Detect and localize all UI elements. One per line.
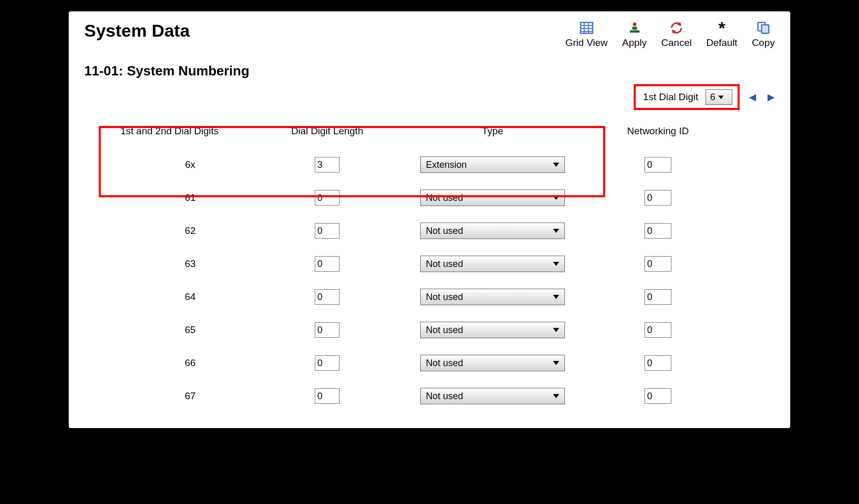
copy-button[interactable]: Copy bbox=[752, 21, 775, 49]
networking-id-input[interactable] bbox=[645, 289, 671, 305]
networking-id-input[interactable] bbox=[645, 355, 671, 371]
prev-arrow-icon[interactable]: ◀ bbox=[749, 91, 756, 103]
digits-cell: 61 bbox=[105, 192, 260, 203]
netid-cell bbox=[591, 289, 725, 305]
type-select-label: Extension bbox=[426, 160, 467, 170]
type-select[interactable]: Not used bbox=[420, 256, 565, 272]
chevron-down-icon bbox=[553, 229, 559, 233]
asterisk-icon: * bbox=[715, 21, 729, 35]
default-button[interactable]: * Default bbox=[706, 21, 737, 49]
dial-length-input[interactable] bbox=[315, 190, 340, 206]
dial-length-input[interactable] bbox=[315, 355, 340, 371]
table-row: 64Not used bbox=[105, 280, 770, 313]
nav-arrows: ◀ ▶ bbox=[749, 91, 775, 103]
type-select[interactable]: Not used bbox=[420, 388, 565, 404]
table-row: 62Not used bbox=[105, 214, 770, 247]
dial-length-input[interactable] bbox=[315, 256, 340, 272]
chevron-down-icon bbox=[718, 96, 724, 99]
type-cell: Not used bbox=[394, 223, 591, 239]
header-type: Type bbox=[394, 125, 591, 137]
type-select-label: Not used bbox=[426, 292, 463, 303]
digits-cell: 6x bbox=[105, 159, 260, 170]
networking-id-input[interactable] bbox=[645, 322, 671, 338]
type-cell: Not used bbox=[394, 388, 591, 404]
first-dial-digit-label: 1st Dial Digit bbox=[643, 91, 698, 103]
dial-length-input[interactable] bbox=[315, 322, 340, 338]
networking-id-input[interactable] bbox=[645, 223, 671, 239]
dial-length-input[interactable] bbox=[315, 223, 340, 239]
first-dial-digit-value: 6 bbox=[710, 92, 715, 103]
netid-cell bbox=[591, 157, 725, 172]
copy-label: Copy bbox=[752, 37, 775, 49]
chevron-down-icon bbox=[553, 163, 559, 167]
header-netid: Networking ID bbox=[591, 125, 725, 137]
grid-view-label: Grid View bbox=[565, 37, 608, 49]
dial-length-input[interactable] bbox=[315, 388, 340, 404]
length-cell bbox=[260, 157, 394, 172]
svg-rect-12 bbox=[761, 25, 769, 33]
page-title: System Data bbox=[84, 21, 190, 41]
apply-label: Apply bbox=[622, 37, 647, 49]
header: System Data Grid View bbox=[84, 21, 775, 49]
type-select[interactable]: Not used bbox=[420, 190, 565, 206]
type-select-label: Not used bbox=[426, 358, 463, 369]
length-cell bbox=[260, 322, 394, 338]
toolbar: Grid View Apply Cancel bbox=[565, 21, 775, 49]
subtitle: 11-01: System Numbering bbox=[84, 63, 775, 79]
type-select[interactable]: Not used bbox=[420, 355, 565, 371]
grid-icon bbox=[579, 21, 594, 35]
digits-cell: 66 bbox=[105, 357, 260, 369]
type-select-label: Not used bbox=[426, 226, 463, 237]
networking-id-input[interactable] bbox=[645, 388, 671, 404]
type-select-label: Not used bbox=[426, 259, 463, 270]
table-row: 61Not used bbox=[105, 181, 770, 214]
networking-id-input[interactable] bbox=[645, 256, 671, 272]
digits-cell: 64 bbox=[105, 291, 260, 303]
type-select[interactable]: Not used bbox=[420, 289, 565, 305]
first-dial-digit-select[interactable]: 6 bbox=[705, 89, 732, 105]
type-select[interactable]: Extension bbox=[420, 156, 565, 173]
chevron-down-icon bbox=[553, 394, 559, 398]
digits-cell: 65 bbox=[105, 324, 260, 336]
netid-cell bbox=[591, 322, 725, 338]
netid-cell bbox=[591, 256, 725, 272]
dial-length-input[interactable] bbox=[315, 157, 340, 172]
chevron-down-icon bbox=[553, 328, 559, 332]
length-cell bbox=[260, 190, 394, 206]
apply-button[interactable]: Apply bbox=[622, 21, 647, 49]
length-cell bbox=[260, 256, 394, 272]
grid-view-button[interactable]: Grid View bbox=[565, 21, 608, 49]
length-cell bbox=[260, 289, 394, 305]
header-len: Dial Digit Length bbox=[260, 125, 394, 137]
dial-length-input[interactable] bbox=[315, 289, 340, 305]
type-cell: Not used bbox=[394, 355, 591, 371]
length-cell bbox=[260, 223, 394, 239]
copy-icon bbox=[756, 21, 771, 35]
apply-icon bbox=[627, 21, 642, 35]
length-cell bbox=[260, 388, 394, 404]
numbering-grid: 1st and 2nd Dial Digits Dial Digit Lengt… bbox=[105, 120, 770, 413]
netid-cell bbox=[591, 223, 725, 239]
networking-id-input[interactable] bbox=[645, 157, 671, 172]
type-cell: Not used bbox=[394, 322, 591, 338]
next-arrow-icon[interactable]: ▶ bbox=[768, 91, 775, 103]
type-cell: Not used bbox=[394, 256, 591, 272]
networking-id-input[interactable] bbox=[645, 190, 671, 206]
table-row: 67Not used bbox=[105, 380, 770, 413]
netid-cell bbox=[591, 355, 725, 371]
svg-rect-8 bbox=[630, 30, 639, 33]
type-select[interactable]: Not used bbox=[420, 223, 565, 239]
cancel-label: Cancel bbox=[661, 37, 692, 49]
table-row: 6xExtension bbox=[105, 148, 770, 181]
table-row: 65Not used bbox=[105, 313, 770, 346]
config-window: System Data Grid View bbox=[68, 10, 791, 429]
svg-rect-7 bbox=[632, 27, 637, 30]
chevron-down-icon bbox=[553, 295, 559, 299]
chevron-down-icon bbox=[553, 196, 559, 200]
default-label: Default bbox=[706, 37, 737, 49]
type-select[interactable]: Not used bbox=[420, 322, 565, 338]
type-select-label: Not used bbox=[426, 193, 463, 203]
length-cell bbox=[260, 355, 394, 371]
digits-cell: 62 bbox=[105, 225, 260, 237]
cancel-button[interactable]: Cancel bbox=[661, 21, 692, 49]
